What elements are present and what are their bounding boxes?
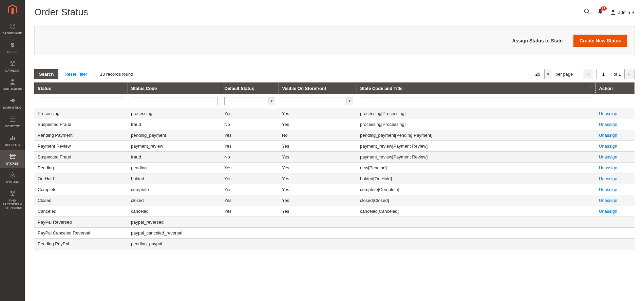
svg-point-9 (12, 174, 13, 176)
pager-current-input[interactable] (596, 69, 610, 79)
sidebar-item-content[interactable]: CONTENT (0, 112, 25, 131)
reset-filter-link[interactable]: Reset Filter (64, 72, 87, 77)
sidebar-item-catalog[interactable]: CATALOG (0, 57, 25, 75)
cell-default: Yes (221, 206, 279, 217)
sidebar-item-customers[interactable]: CUSTOMERS (0, 75, 25, 94)
filter-status-input[interactable] (38, 97, 124, 105)
cell-status: Processing (34, 108, 128, 119)
records-found-text: 13 records found (100, 72, 133, 77)
col-header-default[interactable]: Default Status (221, 82, 279, 94)
unassign-link[interactable]: Unassign (599, 165, 617, 170)
pager-prev-button[interactable]: ◄ (583, 69, 593, 79)
search-icon[interactable] (584, 8, 590, 17)
svg-point-2 (11, 79, 14, 82)
per-page-dropdown-toggle[interactable]: ▾ (545, 69, 552, 79)
cell-visible: Yes (279, 195, 357, 206)
cell-code: payment_review (128, 141, 221, 152)
sidebar-item-label: MARKETING (3, 106, 22, 110)
table-row[interactable]: Suspected FraudfraudNoYespayment_review[… (34, 152, 634, 163)
cell-code: fraud (128, 119, 221, 130)
col-header-code[interactable]: Status Code (128, 82, 221, 94)
cell-status: Suspected Fraud (34, 119, 128, 130)
dashboard-icon (9, 23, 16, 30)
unassign-link[interactable]: Unassign (599, 176, 617, 181)
sidebar-item-marketing[interactable]: MARKETING (0, 94, 25, 112)
cell-code: paypal_canceled_reversal (128, 228, 221, 239)
user-menu[interactable]: admin ▾ (610, 9, 634, 15)
pager-next-button[interactable]: ► (624, 69, 634, 79)
table-row[interactable]: PayPal Reversedpaypal_reversed (34, 217, 634, 228)
table-row[interactable]: ClosedclosedYesYesclosed[Closed]Unassign (34, 195, 634, 206)
magento-logo[interactable] (0, 0, 25, 19)
dropdown-toggle-icon[interactable]: ▼ (268, 97, 275, 105)
sidebar-item-label: REPORTS (5, 143, 20, 147)
table-row[interactable]: On HoldholdedYesYesholded[On Hold]Unassi… (34, 173, 634, 184)
table-row[interactable]: CompletecompleteYesYescomplete[Complete]… (34, 184, 634, 195)
cell-default (221, 217, 279, 228)
page-title: Order Status (34, 7, 584, 18)
col-header-visible[interactable]: Visible On Storefront (279, 82, 357, 94)
per-page-input[interactable] (531, 69, 545, 79)
cell-action: Unassign (595, 206, 634, 217)
sidebar-item-system[interactable]: SYSTEM (0, 168, 25, 187)
table-row[interactable]: PayPal Canceled Reversalpaypal_canceled_… (34, 228, 634, 239)
col-header-state[interactable]: State Code and Title↑ (357, 82, 595, 94)
table-row[interactable]: Pending Paymentpending_paymentYesNopendi… (34, 130, 634, 141)
notifications-icon[interactable]: 37 (597, 8, 603, 16)
sidebar-item-sales[interactable]: $SALES (0, 38, 25, 57)
cell-visible: Yes (279, 184, 357, 195)
svg-rect-8 (14, 137, 15, 140)
svg-rect-6 (10, 138, 11, 140)
table-row[interactable]: ProcessingprocessingYesYesprocessing[Pro… (34, 108, 634, 119)
sidebar-item-label: CATALOG (5, 69, 20, 73)
cell-state: pending_payment[Pending Payment] (357, 130, 595, 141)
unassign-link[interactable]: Unassign (599, 122, 617, 127)
cell-action: Unassign (595, 152, 634, 163)
cell-status: Closed (34, 195, 128, 206)
filter-code-input[interactable] (131, 97, 217, 105)
table-row[interactable]: CanceledcanceledYesYescanceled[Canceled]… (34, 206, 634, 217)
dollar-icon: $ (9, 41, 16, 49)
unassign-link[interactable]: Unassign (599, 144, 617, 149)
order-status-grid: Status Status Code Default Status Visibl… (34, 82, 634, 249)
cell-state: canceled[Canceled] (357, 206, 595, 217)
table-row[interactable]: Payment Reviewpayment_reviewYesYespaymen… (34, 141, 634, 152)
create-status-button[interactable]: Create New Status (573, 35, 627, 47)
sidebar-item-find-partners-extensions[interactable]: FIND PARTNERS & EXTENSIONS (0, 187, 25, 212)
table-row[interactable]: PendingpendingYesYesnew[Pending]Unassign (34, 163, 634, 173)
cell-state: processing[Processing] (357, 108, 595, 119)
unassign-link[interactable]: Unassign (599, 198, 617, 203)
per-page-label: per page (555, 72, 573, 77)
cell-default: Yes (221, 130, 279, 141)
notification-badge: 37 (601, 6, 607, 11)
unassign-link[interactable]: Unassign (599, 133, 617, 138)
cell-code: canceled (128, 206, 221, 217)
sidebar-item-label: CUSTOMERS (3, 87, 22, 91)
col-header-status[interactable]: Status (34, 82, 128, 94)
cell-state: complete[Complete] (357, 184, 595, 195)
filter-visible-select[interactable] (282, 97, 346, 105)
dropdown-toggle-icon[interactable]: ▼ (346, 97, 353, 105)
cell-status: Pending Payment (34, 130, 128, 141)
cell-status: Pending (34, 163, 128, 173)
filter-state-input[interactable] (360, 97, 592, 105)
table-row[interactable]: Pending PayPalpending_paypal (34, 239, 634, 249)
filter-default-select[interactable] (224, 97, 268, 105)
magento-logo-icon (7, 4, 18, 15)
per-page-control: ▾ per page (531, 69, 583, 79)
cell-code: fraud (128, 152, 221, 163)
assign-status-button[interactable]: Assign Status to State (506, 35, 569, 47)
col-header-action: Action (595, 82, 634, 94)
sidebar-item-dashboard[interactable]: DASHBOARD (0, 19, 25, 38)
unassign-link[interactable]: Unassign (599, 187, 617, 192)
cell-action (595, 239, 634, 249)
cell-status: On Hold (34, 173, 128, 184)
sidebar-item-reports[interactable]: REPORTS (0, 131, 25, 150)
sidebar-item-stores[interactable]: STORES (0, 150, 25, 168)
search-button[interactable]: Search (34, 69, 58, 79)
unassign-link[interactable]: Unassign (599, 111, 617, 116)
cell-action: Unassign (595, 195, 634, 206)
unassign-link[interactable]: Unassign (599, 209, 617, 214)
table-row[interactable]: Suspected FraudfraudNoYesprocessing[Proc… (34, 119, 634, 130)
unassign-link[interactable]: Unassign (599, 154, 617, 159)
